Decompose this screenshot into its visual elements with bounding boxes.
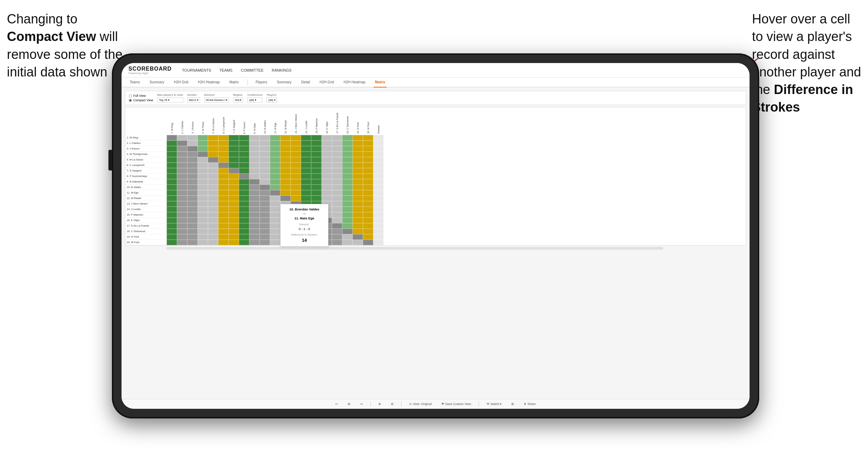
- grid-cell[interactable]: [167, 135, 177, 141]
- grid-cell[interactable]: [373, 240, 384, 245]
- grid-cell[interactable]: [239, 218, 249, 223]
- grid-cell[interactable]: [260, 174, 270, 179]
- grid-cell[interactable]: [229, 190, 239, 196]
- settings-button[interactable]: ⚙: [389, 401, 396, 407]
- grid-cell[interactable]: [239, 240, 249, 245]
- grid-cell[interactable]: [208, 152, 218, 157]
- tab-h2h-heatmap2[interactable]: H2H Heatmap: [342, 77, 367, 87]
- grid-cell[interactable]: [260, 201, 270, 207]
- compact-view-radio[interactable]: Compact View: [129, 98, 153, 102]
- grid-cell[interactable]: [311, 141, 322, 146]
- grid-cell[interactable]: [373, 146, 384, 152]
- grid-cell[interactable]: [260, 240, 270, 245]
- grid-cell[interactable]: [280, 190, 291, 196]
- tab-teams[interactable]: Teams: [128, 77, 141, 87]
- grid-cell[interactable]: [342, 185, 353, 190]
- grid-cell[interactable]: [260, 135, 270, 141]
- tab-players[interactable]: Players: [254, 77, 269, 87]
- grid-cell[interactable]: [198, 168, 208, 174]
- grid-cell[interactable]: [229, 174, 239, 179]
- grid-cell[interactable]: [177, 212, 187, 218]
- grid-cell[interactable]: [229, 196, 239, 201]
- grid-cell[interactable]: [342, 179, 353, 185]
- grid-cell[interactable]: [249, 240, 260, 245]
- grid-cell[interactable]: [229, 163, 239, 168]
- grid-cell[interactable]: [373, 190, 384, 196]
- grid-cell[interactable]: [260, 196, 270, 201]
- grid-cell[interactable]: [373, 234, 384, 240]
- grid-cell[interactable]: [342, 207, 353, 212]
- watch-button[interactable]: 👁 Watch ▾: [484, 401, 504, 407]
- grid-cell[interactable]: [198, 190, 208, 196]
- grid-cell[interactable]: [218, 190, 229, 196]
- grid-cell[interactable]: [198, 229, 208, 234]
- grid-cell[interactable]: [208, 240, 218, 245]
- grid-cell[interactable]: [208, 135, 218, 141]
- grid-cell[interactable]: [187, 185, 198, 190]
- grid-cell[interactable]: [353, 240, 363, 245]
- grid-cell[interactable]: [229, 212, 239, 218]
- grid-cell[interactable]: [239, 157, 249, 163]
- grid-cell[interactable]: [198, 163, 208, 168]
- grid-cell[interactable]: [301, 163, 311, 168]
- grid-cell[interactable]: [280, 196, 291, 201]
- grid-cell[interactable]: [167, 141, 177, 146]
- grid-cell[interactable]: [353, 168, 363, 174]
- tab-h2h-grid2[interactable]: H2H Grid: [318, 77, 335, 87]
- grid-cell[interactable]: [177, 185, 187, 190]
- grid-cell[interactable]: [177, 218, 187, 223]
- grid-cell[interactable]: [218, 218, 229, 223]
- grid-cell[interactable]: [363, 201, 373, 207]
- grid-cell[interactable]: [270, 163, 280, 168]
- grid-cell[interactable]: [353, 201, 363, 207]
- grid-cell[interactable]: [322, 141, 332, 146]
- grid-cell[interactable]: [353, 135, 363, 141]
- grid-cell[interactable]: [218, 201, 229, 207]
- grid-cell[interactable]: [311, 190, 322, 196]
- grid-cell[interactable]: [208, 207, 218, 212]
- grid-cell[interactable]: [322, 174, 332, 179]
- grid-cell[interactable]: [363, 234, 373, 240]
- grid-cell[interactable]: [208, 229, 218, 234]
- grid-cell[interactable]: [363, 207, 373, 212]
- grid-cell[interactable]: [167, 146, 177, 152]
- nav-committee[interactable]: COMMITTEE: [241, 67, 263, 74]
- view-original-button[interactable]: ⊙ View: Original: [407, 401, 434, 407]
- grid-cell[interactable]: [187, 223, 198, 229]
- grid-cell[interactable]: [260, 168, 270, 174]
- grid-cell[interactable]: [249, 212, 260, 218]
- grid-cell[interactable]: [208, 168, 218, 174]
- grid-cell[interactable]: [198, 174, 208, 179]
- grid-cell[interactable]: [301, 174, 311, 179]
- grid-cell[interactable]: [280, 168, 291, 174]
- grid-cell[interactable]: [249, 179, 260, 185]
- grid-cell[interactable]: [322, 135, 332, 141]
- grid-cell[interactable]: [187, 218, 198, 223]
- grid-cell[interactable]: [218, 207, 229, 212]
- grid-cell[interactable]: [187, 141, 198, 146]
- grid-cell[interactable]: [363, 218, 373, 223]
- grid-cell[interactable]: [301, 157, 311, 163]
- grid-cell[interactable]: [198, 135, 208, 141]
- layout-button[interactable]: ⊞: [509, 401, 516, 407]
- tab-h2h-heatmap1[interactable]: H2H Heatmap: [197, 77, 221, 87]
- grid-cell[interactable]: [373, 152, 384, 157]
- grid-cell[interactable]: [311, 174, 322, 179]
- grid-cell[interactable]: [167, 190, 177, 196]
- grid-cell[interactable]: [239, 174, 249, 179]
- grid-cell[interactable]: [342, 135, 353, 141]
- grid-cell[interactable]: [270, 218, 280, 223]
- grid-cell[interactable]: [260, 157, 270, 163]
- grid-cell[interactable]: [229, 168, 239, 174]
- grid-cell[interactable]: [218, 240, 229, 245]
- grid-cell[interactable]: [291, 152, 301, 157]
- grid-cell[interactable]: [270, 174, 280, 179]
- grid-cell[interactable]: [177, 146, 187, 152]
- grid-cell[interactable]: [208, 174, 218, 179]
- save-custom-button[interactable]: ⚑ Save Custom View: [439, 401, 473, 407]
- grid-cell[interactable]: [187, 207, 198, 212]
- grid-cell[interactable]: [332, 168, 342, 174]
- grid-cell[interactable]: [239, 229, 249, 234]
- grid-cell[interactable]: [260, 223, 270, 229]
- grid-cell[interactable]: [342, 141, 353, 146]
